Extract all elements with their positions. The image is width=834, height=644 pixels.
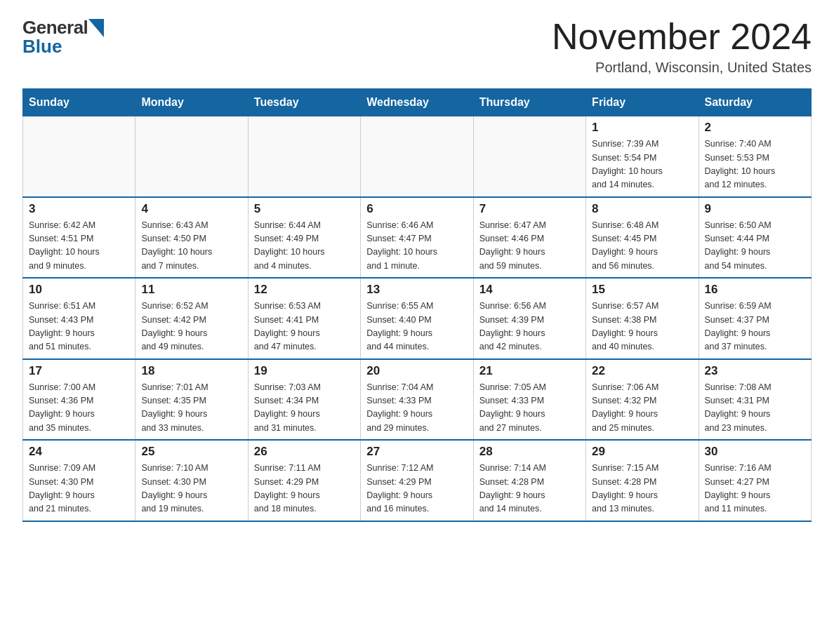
col-thursday: Thursday <box>473 89 585 116</box>
sun-info: Sunrise: 7:08 AM Sunset: 4:31 PM Dayligh… <box>705 381 805 436</box>
day-number: 13 <box>366 283 467 297</box>
col-sunday: Sunday <box>23 89 135 116</box>
calendar-cell: 7Sunrise: 6:47 AM Sunset: 4:46 PM Daylig… <box>473 197 585 279</box>
calendar-table: Sunday Monday Tuesday Wednesday Thursday… <box>22 88 812 522</box>
sun-info: Sunrise: 6:51 AM Sunset: 4:43 PM Dayligh… <box>29 300 129 354</box>
calendar-cell: 6Sunrise: 6:46 AM Sunset: 4:47 PM Daylig… <box>361 197 473 279</box>
sun-info: Sunrise: 7:15 AM Sunset: 4:28 PM Dayligh… <box>592 462 692 516</box>
calendar-cell: 16Sunrise: 6:59 AM Sunset: 4:37 PM Dayli… <box>699 278 811 359</box>
calendar-cell: 25Sunrise: 7:10 AM Sunset: 4:30 PM Dayli… <box>135 440 248 521</box>
calendar-cell <box>473 116 585 197</box>
col-monday: Monday <box>135 89 248 116</box>
col-tuesday: Tuesday <box>248 89 360 116</box>
calendar-cell: 10Sunrise: 6:51 AM Sunset: 4:43 PM Dayli… <box>23 278 135 359</box>
day-number: 15 <box>592 283 692 297</box>
calendar-row-2: 3Sunrise: 6:42 AM Sunset: 4:51 PM Daylig… <box>23 197 812 279</box>
day-number: 6 <box>366 202 467 216</box>
day-number: 29 <box>592 445 692 459</box>
sun-info: Sunrise: 7:14 AM Sunset: 4:28 PM Dayligh… <box>479 462 580 516</box>
calendar-cell: 26Sunrise: 7:11 AM Sunset: 4:29 PM Dayli… <box>248 440 360 521</box>
calendar-cell: 2Sunrise: 7:40 AM Sunset: 5:53 PM Daylig… <box>699 116 811 197</box>
calendar-cell <box>361 116 473 197</box>
calendar-cell: 30Sunrise: 7:16 AM Sunset: 4:27 PM Dayli… <box>699 440 811 521</box>
calendar-cell: 5Sunrise: 6:44 AM Sunset: 4:49 PM Daylig… <box>248 197 360 279</box>
calendar-cell: 9Sunrise: 6:50 AM Sunset: 4:44 PM Daylig… <box>699 197 811 279</box>
day-number: 30 <box>705 445 805 459</box>
sun-info: Sunrise: 6:46 AM Sunset: 4:47 PM Dayligh… <box>366 219 467 274</box>
title-block: November 2024 Portland, Wisconsin, Unite… <box>552 17 812 76</box>
sun-info: Sunrise: 6:50 AM Sunset: 4:44 PM Dayligh… <box>705 219 805 274</box>
calendar-header: Sunday Monday Tuesday Wednesday Thursday… <box>23 89 812 116</box>
day-number: 26 <box>254 445 355 459</box>
logo-arrow-icon <box>88 19 104 37</box>
calendar-cell: 3Sunrise: 6:42 AM Sunset: 4:51 PM Daylig… <box>23 197 135 279</box>
calendar-cell: 20Sunrise: 7:04 AM Sunset: 4:33 PM Dayli… <box>361 359 473 441</box>
sun-info: Sunrise: 7:01 AM Sunset: 4:35 PM Dayligh… <box>141 381 241 436</box>
day-number: 21 <box>479 364 580 378</box>
calendar-cell: 17Sunrise: 7:00 AM Sunset: 4:36 PM Dayli… <box>23 359 135 441</box>
day-number: 14 <box>479 283 580 297</box>
logo-blue-text: Blue <box>22 36 62 57</box>
day-number: 4 <box>141 202 241 216</box>
day-number: 12 <box>254 283 355 297</box>
day-number: 20 <box>366 364 467 378</box>
day-number: 1 <box>592 121 692 135</box>
logo: General Blue <box>22 17 104 58</box>
sun-info: Sunrise: 7:39 AM Sunset: 5:54 PM Dayligh… <box>592 137 692 192</box>
calendar-cell: 22Sunrise: 7:06 AM Sunset: 4:32 PM Dayli… <box>586 359 699 441</box>
sun-info: Sunrise: 6:56 AM Sunset: 4:39 PM Dayligh… <box>479 300 580 354</box>
sun-info: Sunrise: 6:44 AM Sunset: 4:49 PM Dayligh… <box>254 219 355 274</box>
sun-info: Sunrise: 7:16 AM Sunset: 4:27 PM Dayligh… <box>705 462 805 516</box>
day-number: 10 <box>29 283 129 297</box>
calendar-cell: 29Sunrise: 7:15 AM Sunset: 4:28 PM Dayli… <box>586 440 699 521</box>
day-number: 23 <box>705 364 805 378</box>
sun-info: Sunrise: 6:43 AM Sunset: 4:50 PM Dayligh… <box>141 219 241 274</box>
day-number: 2 <box>705 121 805 135</box>
calendar-cell: 12Sunrise: 6:53 AM Sunset: 4:41 PM Dayli… <box>248 278 360 359</box>
sun-info: Sunrise: 7:04 AM Sunset: 4:33 PM Dayligh… <box>366 381 467 436</box>
sun-info: Sunrise: 7:05 AM Sunset: 4:33 PM Dayligh… <box>479 381 580 436</box>
day-number: 11 <box>141 283 241 297</box>
calendar-cell: 8Sunrise: 6:48 AM Sunset: 4:45 PM Daylig… <box>586 197 699 279</box>
calendar-cell: 13Sunrise: 6:55 AM Sunset: 4:40 PM Dayli… <box>361 278 473 359</box>
day-number: 5 <box>254 202 355 216</box>
sun-info: Sunrise: 7:09 AM Sunset: 4:30 PM Dayligh… <box>29 462 129 516</box>
day-number: 27 <box>366 445 467 459</box>
calendar-cell: 18Sunrise: 7:01 AM Sunset: 4:35 PM Dayli… <box>135 359 248 441</box>
sun-info: Sunrise: 6:57 AM Sunset: 4:38 PM Dayligh… <box>592 300 692 354</box>
sun-info: Sunrise: 7:00 AM Sunset: 4:36 PM Dayligh… <box>29 381 129 436</box>
day-number: 18 <box>141 364 241 378</box>
sun-info: Sunrise: 7:10 AM Sunset: 4:30 PM Dayligh… <box>141 462 241 516</box>
calendar-cell: 28Sunrise: 7:14 AM Sunset: 4:28 PM Dayli… <box>473 440 585 521</box>
calendar-cell: 14Sunrise: 6:56 AM Sunset: 4:39 PM Dayli… <box>473 278 585 359</box>
sun-info: Sunrise: 7:03 AM Sunset: 4:34 PM Dayligh… <box>254 381 355 436</box>
calendar-row-1: 1Sunrise: 7:39 AM Sunset: 5:54 PM Daylig… <box>23 116 812 197</box>
day-number: 7 <box>479 202 580 216</box>
sun-info: Sunrise: 7:06 AM Sunset: 4:32 PM Dayligh… <box>592 381 692 436</box>
sun-info: Sunrise: 6:59 AM Sunset: 4:37 PM Dayligh… <box>705 300 805 354</box>
sun-info: Sunrise: 7:11 AM Sunset: 4:29 PM Dayligh… <box>254 462 355 516</box>
day-number: 25 <box>141 445 241 459</box>
day-number: 16 <box>705 283 805 297</box>
calendar-cell <box>135 116 248 197</box>
calendar-cell: 1Sunrise: 7:39 AM Sunset: 5:54 PM Daylig… <box>586 116 699 197</box>
calendar-cell: 21Sunrise: 7:05 AM Sunset: 4:33 PM Dayli… <box>473 359 585 441</box>
day-number: 22 <box>592 364 692 378</box>
calendar-row-4: 17Sunrise: 7:00 AM Sunset: 4:36 PM Dayli… <box>23 359 812 441</box>
sun-info: Sunrise: 6:53 AM Sunset: 4:41 PM Dayligh… <box>254 300 355 354</box>
calendar-body: 1Sunrise: 7:39 AM Sunset: 5:54 PM Daylig… <box>23 116 812 521</box>
calendar-cell: 11Sunrise: 6:52 AM Sunset: 4:42 PM Dayli… <box>135 278 248 359</box>
month-title: November 2024 <box>552 17 812 57</box>
svg-marker-0 <box>88 19 104 37</box>
day-number: 3 <box>29 202 129 216</box>
page-header: General Blue November 2024 Portland, Wis… <box>22 17 812 76</box>
calendar-cell <box>248 116 360 197</box>
calendar-row-5: 24Sunrise: 7:09 AM Sunset: 4:30 PM Dayli… <box>23 440 812 521</box>
day-number: 28 <box>479 445 580 459</box>
calendar-cell: 15Sunrise: 6:57 AM Sunset: 4:38 PM Dayli… <box>586 278 699 359</box>
day-number: 8 <box>592 202 692 216</box>
day-number: 9 <box>705 202 805 216</box>
day-number: 19 <box>254 364 355 378</box>
col-saturday: Saturday <box>699 89 811 116</box>
calendar-cell: 27Sunrise: 7:12 AM Sunset: 4:29 PM Dayli… <box>361 440 473 521</box>
